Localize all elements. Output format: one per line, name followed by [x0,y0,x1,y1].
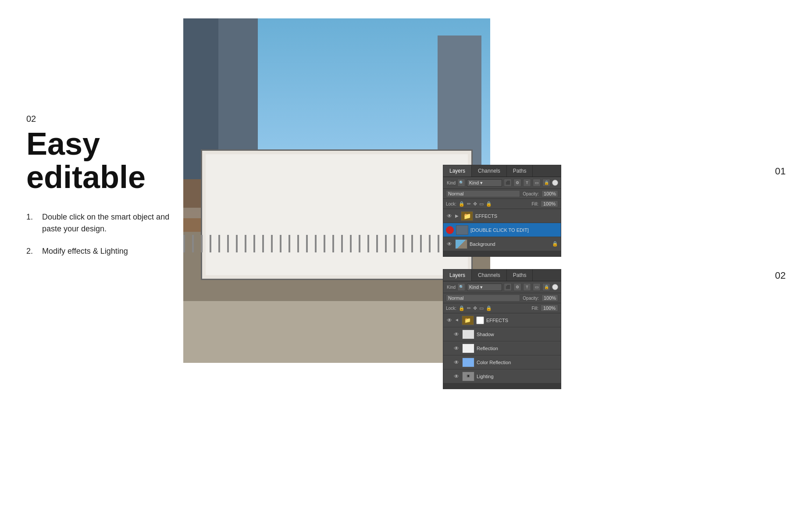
panel2-arrow-effects: ▼ [455,318,460,323]
panel1-circle-btn [552,180,558,186]
photoshop-panel-2: Layers Channels Paths Kind 🔍 Kind ▾ ⬛ ⚙ … [443,269,561,389]
panel2-tabs: Layers Channels Paths [443,270,561,281]
panel2-layer-lighting[interactable]: 👁 ☀ Lighting [443,369,561,383]
panel2-layer-name-reflection: Reflection [477,346,558,351]
panel1-footer [443,251,561,256]
panel2-eye-reflection[interactable]: 👁 [453,345,460,352]
panel1-arrow-effects: ▶ [455,213,459,218]
panel1-layer-background[interactable]: 👁 Background 🔒 [443,237,561,251]
panel2-toolbar: Kind 🔍 Kind ▾ ⬛ ⚙ T ▭ 🔒 [443,281,561,293]
panel1-search-icon: 🔍 [457,179,465,187]
panel1-lock-icon-3: ✥ [473,201,477,207]
panel2-fill-value[interactable]: 100% [541,305,558,312]
panel1-icon-3: T [523,179,531,187]
panel2-thumb-reflection [462,344,474,353]
panel2-icon-3: T [523,283,531,291]
billboard-surface [206,154,468,276]
panel2-search-icon: 🔍 [457,283,465,291]
panel2-kind-select[interactable]: Kind ▾ [467,284,502,291]
label-02: 02 [775,270,786,281]
panel1-layer-name-effects: EFFECTS [475,213,558,219]
panel2-lock-icon-3: ✥ [473,305,477,311]
panel2-tab-layers[interactable]: Layers [443,270,472,281]
panel1-thumb-dce [456,225,468,235]
panel2-eye-color-reflection[interactable]: 👁 [453,359,460,366]
panel1-kind-select[interactable]: Kind ▾ [467,179,502,187]
panel1-icon-2: ⚙ [513,179,521,187]
main-title: Easy editable [26,128,175,194]
panel1-thumb-bg [455,239,467,249]
panel1-icon-4: ▭ [533,179,541,187]
panel1-lock-icon-4: ▭ [479,201,484,207]
panel1-fill-value[interactable]: 100% [541,200,558,207]
panel1-icon-5: 🔒 [542,179,550,187]
step-number: 02 [26,114,175,124]
panel1-tab-channels[interactable]: Channels [472,165,507,177]
panel2-eye-effects[interactable]: 👁 [446,317,453,324]
panel2-lock-row: Lock: 🔒 ✏ ✥ ▭ 🔒 Fill: 100% [443,303,561,313]
panel1-lock-bg: 🔒 [552,241,558,247]
panel2-thumb-shadow [462,330,474,339]
panel2-circle-btn [552,284,558,290]
panel1-lock-label: Lock: [446,202,456,206]
panel2-eye-shadow[interactable]: 👁 [453,331,460,338]
panel2-layer-name-lighting: Lighting [477,374,558,379]
panel2-tab-channels[interactable]: Channels [472,270,507,281]
panel2-blend-select[interactable]: Normal [446,294,520,301]
panel2-thumb-color-reflection [462,358,474,367]
panel1-layer-effects[interactable]: 👁 ▶ 📁 EFFECTS [443,209,561,223]
panel2-lock-icon-1: 🔒 [459,305,465,311]
panel2-layer-name-effects: EFFECTS [486,318,558,323]
panel2-layer-shadow[interactable]: 👁 Shadow [443,327,561,341]
panel1-eye-bg[interactable]: 👁 [446,241,453,248]
panel1-opacity-value[interactable]: 100% [542,190,558,197]
panel2-layer-name-shadow: Shadow [477,332,558,337]
panel1-eye-effects[interactable]: 👁 [446,213,453,220]
instruction-item-2: 2. Modify effects & Lighting [26,245,175,257]
panel1-tabs: Layers Channels Paths [443,165,561,177]
panel1-layer-name-bg: Background [470,241,550,247]
instruction-item-1: 1. Double click on the smart object and … [26,211,175,235]
panel2-opacity-label: Opacity: [523,296,539,301]
panel2-footer [443,383,561,389]
panel1-tab-paths[interactable]: Paths [507,165,533,177]
panel1-thumb-effects: 📁 [461,211,473,221]
panel1-lock-icon-5: 🔒 [486,201,492,207]
instructions-list: 1. Double click on the smart object and … [26,211,175,257]
panel1-lock-icon-2: ✏ [467,201,471,207]
panel1-tab-layers[interactable]: Layers [443,165,472,177]
panel2-layer-color-reflection[interactable]: 👁 Color Reflection [443,355,561,369]
panel2-layer-effects[interactable]: 👁 ▼ 📁 EFFECTS [443,313,561,327]
panel2-blend-row: Normal Opacity: 100% [443,293,561,303]
panel1-lock-row: Lock: 🔒 ✏ ✥ ▭ 🔒 Fill: 100% [443,199,561,209]
panel2-eye-lighting[interactable]: 👁 [453,373,460,380]
panel2-opacity-value[interactable]: 100% [542,294,558,301]
panel2-fill-label: Fill: [531,306,538,311]
panel1-icon-1: ⬛ [504,179,512,187]
panel1-lock-icon-1: 🔒 [459,201,465,207]
label-01: 01 [775,166,786,177]
left-info-panel: 02 Easy editable 1. Double click on the … [26,114,175,268]
panel2-lock-icon-4: ▭ [479,305,484,311]
panel2-icon-4: ▭ [533,283,541,291]
panel2-tab-paths[interactable]: Paths [507,270,533,281]
panel1-kind-label: Kind [447,181,456,185]
panel1-layer-dce[interactable]: [DOUBLE CLICK TO EDIT] [443,223,561,237]
panel1-fill-label: Fill: [531,202,538,206]
panel2-lock-icon-2: ✏ [467,305,471,311]
panel1-red-dot [446,226,454,234]
panel1-layer-name-dce: [DOUBLE CLICK TO EDIT] [470,227,558,233]
panel2-icon-5: 🔒 [542,283,550,291]
panel2-layer-reflection[interactable]: 👁 Reflection [443,341,561,355]
panel2-kind-label: Kind [447,285,456,290]
panel1-blend-row: Normal Opacity: 100% [443,189,561,199]
panel2-lock-icon-5: 🔒 [486,305,492,311]
panel1-opacity-label: Opacity: [523,192,539,196]
panel1-toolbar: Kind 🔍 Kind ▾ ⬛ ⚙ T ▭ 🔒 [443,177,561,189]
panel2-icon-1: ⬛ [504,283,512,291]
panel2-thumb-effects: 📁 [462,316,474,325]
panel1-blend-select[interactable]: Normal [446,190,520,197]
billboard-frame [201,149,473,280]
panel2-icon-2: ⚙ [513,283,521,291]
panel2-mask-btn [476,316,484,324]
